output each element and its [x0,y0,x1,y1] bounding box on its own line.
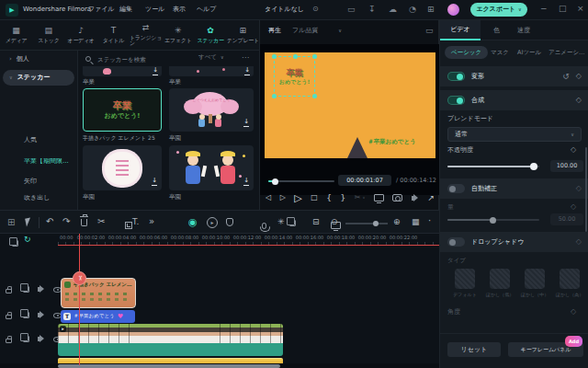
quality-dropdown[interactable]: フル品質 ∨ [292,28,342,34]
minimize-button[interactable]: − [540,5,548,13]
sticker-thumb[interactable]: ↓ [83,145,162,190]
tab-templates[interactable]: ⊞テンプレート [227,27,259,43]
sticker-thumb-selected[interactable]: 卒業 おめでとう! [83,88,162,132]
select-tool-icon[interactable] [25,217,32,226]
track-copy-icon[interactable] [23,336,29,342]
split-playhead-button[interactable]: ✂ [73,271,86,285]
subtab-basic[interactable]: ベーシック [445,46,488,59]
mark-in-button[interactable]: { [326,194,332,202]
toolbar-overflow-icon[interactable]: · [428,216,431,225]
menu-help[interactable]: ヘルプ [197,6,217,13]
track-manager-icon[interactable]: ▦ [412,218,420,226]
tab-effects[interactable]: ✳エフェクト [162,27,194,43]
split-button[interactable]: ✂ [97,217,105,226]
save-icon[interactable]: ↧ [368,6,376,14]
notification-icon[interactable]: ◔ [409,6,416,14]
compositing-toggle[interactable] [447,96,465,105]
tab-media[interactable]: ▦メディア [0,27,32,43]
subtab-mask[interactable]: マスク [491,50,509,56]
sticker-thumb[interactable]: ↓ [83,66,162,76]
download-icon[interactable]: ↓ [244,67,250,75]
tab-stock[interactable]: ▤ストック [32,27,64,43]
transform-reset-icon[interactable]: ↺ [562,73,570,81]
subtab-animation[interactable]: アニメーション [548,50,587,56]
play-button[interactable]: ▷ [294,193,301,203]
opacity-slider[interactable] [447,166,539,167]
maximize-button[interactable]: □ [559,5,567,13]
snapshot-button[interactable] [392,194,402,201]
devices-icon[interactable]: ▭ [347,6,356,14]
filter-dropdown[interactable]: すべて ∨ [198,54,224,61]
zoom-slider-knob[interactable] [373,221,379,226]
tab-stickers[interactable]: ✿ステッカー [195,27,227,43]
preview-canvas[interactable]: ＃卒業おめでとう 卒業 おめでとう! [260,44,439,195]
snapshot-copy-button[interactable] [289,220,296,226]
mute-icon[interactable] [38,287,40,292]
rotate-handle[interactable] [293,54,298,59]
text-clip[interactable]: T ＃卒業おめでとう ♥ [61,310,135,323]
sticker-overlay[interactable]: 卒業 おめでとう! [274,56,315,97]
subtab-ai-tools[interactable]: AIツール [517,50,541,56]
timeline-zoom-slider[interactable] [345,223,388,224]
sticker-thumb[interactable]: ↓ [169,145,254,190]
more-tools-button[interactable]: » [149,217,154,226]
search-input[interactable]: ステッカーを検索 [97,57,146,63]
sidebar-group-stickers[interactable]: ∨ ステッカー [3,70,74,86]
track-copy-icon[interactable] [23,286,29,293]
media-browser-icon[interactable]: ⊞ [7,218,15,227]
blend-mode-select[interactable]: 通常 ∨ [447,127,582,142]
scrub-knob[interactable] [272,178,278,185]
close-button[interactable]: × [577,5,584,13]
timeline-copy-icon[interactable] [12,240,18,247]
sidebar-item-graduation[interactable]: 卒業【期間限... [24,158,69,165]
lock-icon[interactable] [6,339,12,343]
tab-video[interactable]: ビデオ [440,20,481,40]
render-preview-button[interactable]: ◉ [188,217,198,227]
delete-button[interactable] [81,219,87,226]
scrub-slider[interactable] [268,180,334,182]
export-button[interactable]: エクスポート ∨ [470,3,527,17]
audio-mixer-button[interactable]: ✳ [277,218,285,226]
tab-titles[interactable]: Tタイトル [97,27,130,43]
download-icon[interactable]: ↓ [243,178,249,186]
sidebar-item-speech-bubble[interactable]: 吹き出し [24,195,50,201]
mute-icon[interactable] [38,337,40,341]
resize-handle[interactable] [312,54,317,59]
trim-button[interactable]: ✂∨ [355,194,366,201]
mark-out-button[interactable]: } [341,194,346,202]
play-tab[interactable]: 再生 [268,28,281,34]
drop-shadow-toggle[interactable] [447,237,465,247]
compositing-keyframe-icon[interactable]: ◇ [576,97,582,104]
tab-speed[interactable]: 速度 [517,28,530,34]
menu-tools[interactable]: ツール [145,6,164,13]
zoom-out-button[interactable]: ⊖ [331,218,338,226]
auto-ripple-icon[interactable]: ↻ [24,236,31,244]
marker-button[interactable] [226,218,233,226]
preview-display-icon[interactable]: ▭ [425,27,434,35]
playhead[interactable] [79,234,80,365]
reset-button[interactable]: リセット [447,342,501,357]
stop-button[interactable]: □ [311,194,318,201]
redo-button[interactable]: ↷ [62,217,70,226]
sticker-thumb[interactable]: ↓ [169,66,254,76]
zoom-in-button[interactable]: ⊕ [393,218,401,226]
tab-color[interactable]: 色 [493,28,500,34]
menu-edit[interactable]: 編集 [119,6,132,13]
download-icon[interactable]: ↓ [152,178,157,186]
lock-icon[interactable] [6,315,12,319]
play-render-button[interactable]: ▸ [207,217,218,228]
fullscreen-button[interactable]: ↗ [427,194,435,202]
voiceover-button[interactable] [262,223,266,229]
crop-button[interactable] [125,222,132,229]
volume-button[interactable] [412,196,414,201]
track-copy-icon[interactable] [23,312,29,318]
sticker-thumb[interactable]: ごそつえんおめでとう ↓ [169,88,254,132]
properties-scrollbar[interactable] [585,147,587,232]
tab-transitions[interactable]: ⇄トランジション [130,24,162,46]
resize-handle[interactable] [272,94,277,98]
cloud-icon[interactable]: ☁ [389,6,397,14]
more-options-icon[interactable]: ⋯ [242,54,249,62]
lock-icon[interactable] [6,289,12,293]
tab-audio[interactable]: ♪オーディオ [65,27,97,43]
avatar[interactable] [447,4,459,16]
